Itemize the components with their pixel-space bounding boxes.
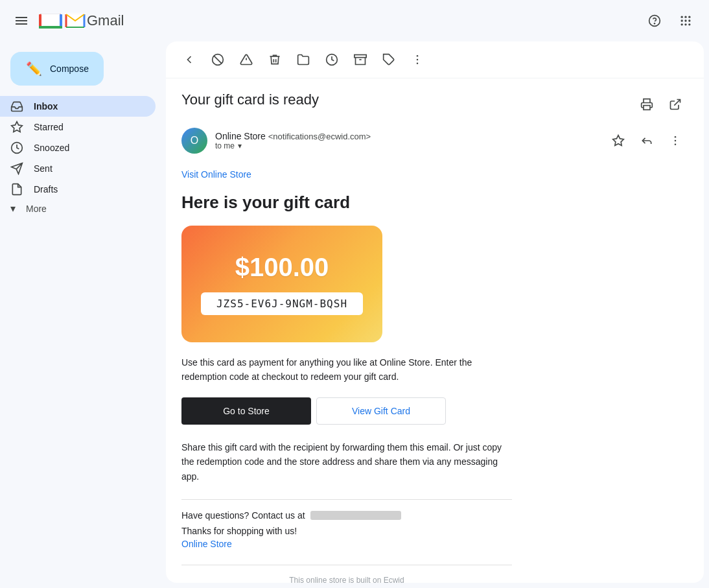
- clock-icon: [10, 141, 23, 154]
- svg-point-9: [681, 19, 683, 21]
- inbox-icon: [10, 100, 23, 113]
- menu-button[interactable]: [10, 10, 32, 32]
- svg-point-28: [417, 59, 419, 61]
- divider-2: [181, 565, 512, 565]
- reply-button[interactable]: [634, 128, 660, 154]
- ecwid-footer: This online store is built on Ecwid 🛒 Ec…: [181, 576, 512, 583]
- help-button[interactable]: [642, 8, 668, 34]
- svg-marker-15: [12, 122, 23, 132]
- svg-point-27: [417, 55, 419, 57]
- contact-text: Have questions? Contact us at: [181, 510, 688, 521]
- sidebar-item-snoozed[interactable]: Snoozed: [0, 137, 156, 158]
- svg-marker-32: [613, 135, 624, 146]
- svg-line-20: [214, 56, 222, 64]
- goto-store-button[interactable]: Go to Store: [181, 397, 311, 425]
- sidebar-item-starred[interactable]: Starred: [0, 117, 156, 137]
- sidebar-item-drafts-label: Drafts: [34, 184, 58, 194]
- email-toolbar: [166, 41, 704, 78]
- app-layout: ✏️ Compose Inbox Starred: [0, 0, 709, 588]
- svg-point-6: [681, 16, 683, 18]
- sender-name: Online Store <notifications@ecwid.com>: [215, 131, 371, 141]
- sender-info: O Online Store <notifications@ecwid.com>…: [181, 128, 371, 154]
- star-email-button[interactable]: [605, 128, 631, 154]
- topbar-left: Gmail: [10, 10, 124, 32]
- draft-icon: [10, 183, 23, 196]
- sidebar-item-drafts[interactable]: Drafts: [0, 179, 156, 200]
- ecwid-built-text: This online store is built on Ecwid: [289, 576, 404, 583]
- more-actions-button[interactable]: [404, 47, 430, 73]
- sidebar-item-sent[interactable]: Sent: [0, 158, 156, 179]
- archive-button[interactable]: [347, 47, 373, 73]
- online-store-link[interactable]: Online Store: [181, 539, 232, 549]
- svg-point-29: [417, 63, 419, 65]
- gift-card-visual: $100.00 JZS5-EV6J-9NGM-BQSH: [181, 226, 382, 342]
- svg-point-34: [675, 140, 677, 142]
- compose-button[interactable]: ✏️ Compose: [10, 52, 104, 86]
- svg-point-11: [688, 19, 690, 21]
- share-text: Share this gift card with the recipient …: [181, 440, 512, 484]
- label-button[interactable]: [376, 47, 402, 73]
- gift-code: JZS5-EV6J-9NGM-BQSH: [201, 292, 363, 315]
- svg-point-12: [681, 23, 683, 25]
- recipient-label: to me ▾: [215, 141, 371, 150]
- print-button[interactable]: [634, 91, 660, 117]
- gift-amount: $100.00: [235, 253, 329, 282]
- email-body: Visit Online Store Here is your gift car…: [166, 159, 704, 583]
- sidebar: ✏️ Compose Inbox Starred: [0, 41, 166, 588]
- thanks-text: Thanks for shopping with us!: [181, 526, 688, 536]
- svg-rect-30: [644, 106, 650, 110]
- sidebar-more[interactable]: ▾ More: [0, 200, 166, 217]
- sidebar-item-inbox[interactable]: Inbox: [0, 96, 156, 117]
- not-spam-button[interactable]: [205, 47, 231, 73]
- email-subject: Your gift card is ready: [181, 91, 319, 108]
- open-in-new-button[interactable]: [662, 91, 688, 117]
- snooze-button[interactable]: [319, 47, 345, 73]
- chevron-icon[interactable]: ▾: [238, 141, 242, 150]
- sender-row: O Online Store <notifications@ecwid.com>…: [166, 123, 704, 159]
- back-button[interactable]: [176, 47, 202, 73]
- gmail-label: Gmail: [87, 12, 124, 29]
- svg-point-13: [684, 23, 686, 25]
- more-email-actions-button[interactable]: [662, 128, 688, 154]
- svg-point-8: [688, 16, 690, 18]
- email-view: Your gift card is ready: [166, 41, 704, 583]
- visit-online-store-link[interactable]: Visit Online Store: [181, 169, 688, 180]
- move-to-button[interactable]: [290, 47, 316, 73]
- more-label: More: [26, 204, 47, 214]
- sidebar-item-starred-label: Starred: [34, 122, 64, 132]
- view-gift-card-button[interactable]: View Gift Card: [316, 397, 446, 425]
- action-buttons: Go to Store View Gift Card: [181, 397, 688, 425]
- divider-1: [181, 499, 512, 500]
- svg-rect-3: [39, 26, 62, 29]
- sender-details: Online Store <notifications@ecwid.com> t…: [215, 131, 371, 150]
- svg-point-33: [675, 136, 677, 138]
- sidebar-item-inbox-label: Inbox: [34, 101, 58, 112]
- sender-email: <notifications@ecwid.com>: [268, 132, 371, 141]
- send-icon: [10, 162, 23, 175]
- svg-point-10: [684, 19, 686, 21]
- svg-rect-24: [354, 55, 366, 58]
- gift-heading: Here is your gift card: [181, 193, 688, 213]
- delete-button[interactable]: [262, 47, 288, 73]
- svg-point-14: [688, 23, 690, 25]
- svg-line-31: [674, 100, 680, 106]
- svg-point-35: [675, 144, 677, 146]
- sender-avatar: O: [181, 128, 207, 154]
- sender-actions: [605, 128, 688, 154]
- contact-email-blur: [310, 511, 401, 520]
- topbar-right: [642, 8, 699, 34]
- chevron-down-icon: ▾: [10, 202, 16, 215]
- svg-point-7: [684, 16, 686, 18]
- apps-button[interactable]: [673, 8, 699, 34]
- topbar: Gmail: [0, 0, 709, 41]
- email-header-actions: [634, 91, 688, 117]
- compose-plus-icon: ✏️: [26, 62, 42, 75]
- gift-description: Use this card as payment for anything yo…: [181, 355, 512, 384]
- star-icon: [10, 121, 23, 134]
- sidebar-item-sent-label: Sent: [34, 163, 52, 174]
- report-spam-button[interactable]: [233, 47, 259, 73]
- sidebar-item-snoozed-label: Snoozed: [34, 143, 69, 153]
- gmail-logo: Gmail: [39, 12, 124, 30]
- compose-label: Compose: [50, 64, 89, 74]
- email-header: Your gift card is ready: [166, 78, 704, 123]
